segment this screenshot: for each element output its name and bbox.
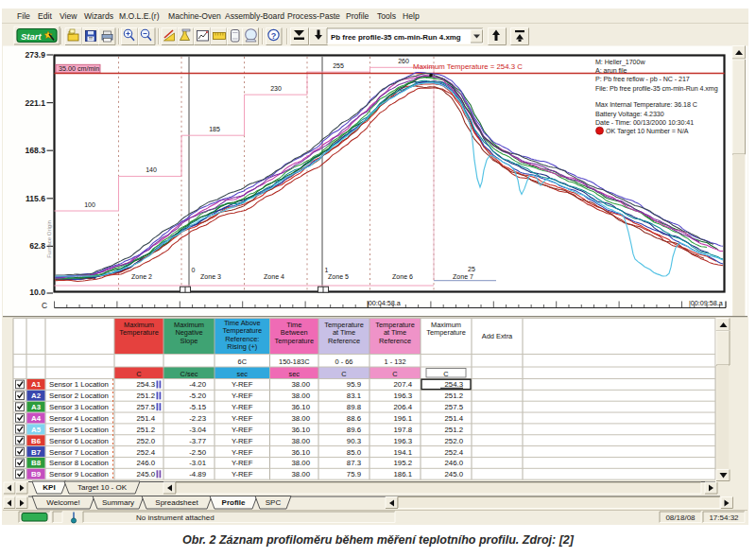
svg-text:Y-REF: Y-REF — [232, 437, 253, 445]
svg-text:252.4: 252.4 — [444, 448, 463, 457]
svg-text:Zone 4: Zone 4 — [264, 273, 284, 280]
svg-text:246.0: 246.0 — [444, 459, 463, 467]
svg-text:B9: B9 — [31, 470, 42, 479]
svg-text:M.O.L.E.(r): M.O.L.E.(r) — [119, 11, 160, 21]
svg-text:08/18/08: 08/18/08 — [665, 513, 696, 522]
svg-text:254.3: 254.3 — [136, 380, 155, 389]
svg-text:B6: B6 — [31, 437, 42, 445]
svg-text:257.5: 257.5 — [136, 403, 155, 411]
svg-text:-3.01: -3.01 — [189, 459, 206, 467]
svg-text:273.9: 273.9 — [25, 50, 45, 60]
svg-text:Add Extra: Add Extra — [482, 332, 513, 340]
svg-text:A5: A5 — [31, 426, 42, 434]
svg-text:Sensor 6 Location: Sensor 6 Location — [49, 437, 109, 445]
svg-text:C: C — [136, 370, 142, 378]
svg-text:206.4: 206.4 — [393, 403, 412, 411]
svg-text:Zone 7: Zone 7 — [453, 273, 473, 280]
svg-text:Machine-Oven: Machine-Oven — [168, 11, 221, 21]
svg-text:Welcome!: Welcome! — [46, 498, 79, 507]
svg-text:Obr. 2 Záznam profiloměru běh: Obr. 2 Záznam profiloměru během měření t… — [182, 533, 575, 547]
svg-text:38.00: 38.00 — [291, 437, 310, 445]
svg-text:SPC: SPC — [266, 498, 282, 507]
svg-text:195.2: 195.2 — [393, 459, 412, 467]
svg-text:Assembly-Board: Assembly-Board — [225, 11, 284, 21]
svg-text:Y-REF: Y-REF — [232, 448, 253, 457]
svg-text:260: 260 — [398, 58, 409, 64]
svg-text:A1: A1 — [31, 380, 42, 389]
svg-text:95.9: 95.9 — [347, 380, 361, 389]
svg-text:Sensor 5 Location: Sensor 5 Location — [49, 426, 109, 434]
svg-text:A4: A4 — [31, 414, 42, 423]
svg-text:KPI: KPI — [43, 483, 55, 492]
svg-text:Profile: Profile — [222, 498, 246, 507]
svg-text:87.3: 87.3 — [347, 459, 361, 467]
svg-text:Edit: Edit — [38, 11, 52, 21]
svg-text:36.10: 36.10 — [291, 403, 310, 411]
svg-text:17:54:32: 17:54:32 — [709, 513, 739, 522]
svg-text:207.4: 207.4 — [393, 380, 412, 389]
svg-text:Y-REF: Y-REF — [232, 414, 253, 423]
svg-text:Sensor 3 Location: Sensor 3 Location — [49, 403, 109, 411]
svg-text:Sensor 7 Location: Sensor 7 Location — [49, 448, 109, 457]
svg-text:Process-Paste: Process-Paste — [287, 11, 340, 21]
svg-text:Summary: Summary — [102, 498, 134, 507]
svg-text:|00:09:58.a: |00:09:58.a — [689, 299, 723, 307]
svg-text:255: 255 — [333, 62, 344, 69]
svg-text:B8: B8 — [31, 459, 42, 467]
svg-text:1 - 132: 1 - 132 — [384, 357, 405, 366]
svg-text:35.00 cm/min: 35.00 cm/min — [59, 64, 99, 73]
svg-text:Temperature: Temperature — [426, 328, 466, 337]
svg-text:Wizards: Wizards — [84, 11, 113, 21]
svg-text:115.6: 115.6 — [26, 194, 45, 203]
svg-text:88.6: 88.6 — [347, 414, 361, 423]
svg-text:Maximum Temperature = 254.3 C: Maximum Temperature = 254.3 C — [413, 62, 523, 71]
svg-text:230: 230 — [270, 85, 282, 92]
svg-text:-5.20: -5.20 — [189, 392, 206, 400]
svg-text:Sensor 8 Location: Sensor 8 Location — [49, 459, 109, 467]
svg-text:?: ? — [271, 31, 277, 41]
svg-text:0 - 66: 0 - 66 — [335, 357, 353, 366]
svg-text:90.3: 90.3 — [347, 437, 361, 445]
svg-text:Date - Time: 00/13/2000 10:30:: Date - Time: 00/13/2000 10:30:41 — [595, 119, 694, 127]
svg-text:B7: B7 — [31, 448, 41, 457]
svg-text:-3.04: -3.04 — [189, 426, 206, 434]
svg-text:252.4: 252.4 — [136, 448, 155, 457]
svg-text:Y-REF: Y-REF — [232, 426, 253, 434]
svg-text:Help: Help — [403, 11, 420, 21]
svg-text:Battery Voltage: 4.2330: Battery Voltage: 4.2330 — [595, 111, 664, 118]
svg-text:Tools: Tools — [377, 11, 396, 21]
svg-text:251.2: 251.2 — [136, 392, 155, 400]
svg-text:OK Target 10 Number = N/A: OK Target 10 Number = N/A — [606, 128, 689, 135]
svg-text:Start: Start — [21, 31, 42, 42]
svg-text:85.0: 85.0 — [347, 448, 362, 457]
svg-text:Profile: Profile — [346, 11, 369, 21]
svg-text:M: Heller_1700w: M: Heller_1700w — [595, 59, 645, 66]
svg-text:25: 25 — [468, 266, 475, 272]
svg-text:-4.89: -4.89 — [189, 470, 206, 479]
svg-text:245.0: 245.0 — [444, 470, 463, 479]
svg-text:-4.20: -4.20 — [189, 380, 206, 389]
svg-text:6C: 6C — [238, 357, 248, 366]
svg-text:-2.23: -2.23 — [189, 414, 206, 423]
svg-text:Y-REF: Y-REF — [232, 470, 253, 479]
svg-text:0: 0 — [192, 267, 196, 273]
svg-text:Sensor 4 Location: Sensor 4 Location — [49, 414, 109, 423]
svg-text:C: C — [443, 370, 449, 378]
svg-text:Temperature: Temperature — [119, 328, 159, 337]
svg-text:sec: sec — [288, 370, 300, 378]
svg-text:38.00: 38.00 — [291, 414, 310, 423]
svg-text:251.2: 251.2 — [136, 426, 155, 434]
svg-text:Y-REF: Y-REF — [232, 403, 253, 411]
svg-text:Temperature: Temperature — [275, 337, 315, 345]
svg-text:Target 10 - OK: Target 10 - OK — [77, 483, 128, 492]
svg-text:A: arun file: A: arun file — [595, 67, 627, 75]
svg-text:Rising (+): Rising (+) — [227, 342, 257, 351]
svg-text:Pb free profile-35 cm-min-Run: Pb free profile-35 cm-min-Run 4.xmg — [331, 33, 461, 42]
svg-text:185: 185 — [209, 126, 220, 132]
svg-text:197.8: 197.8 — [393, 426, 412, 434]
svg-text:Spreadsheet: Spreadsheet — [155, 498, 198, 507]
svg-text:246.0: 246.0 — [136, 459, 155, 467]
svg-text:File: File — [17, 11, 30, 21]
svg-text:Sensor 9 Location: Sensor 9 Location — [49, 470, 109, 479]
svg-text:-3.77: -3.77 — [189, 437, 206, 445]
